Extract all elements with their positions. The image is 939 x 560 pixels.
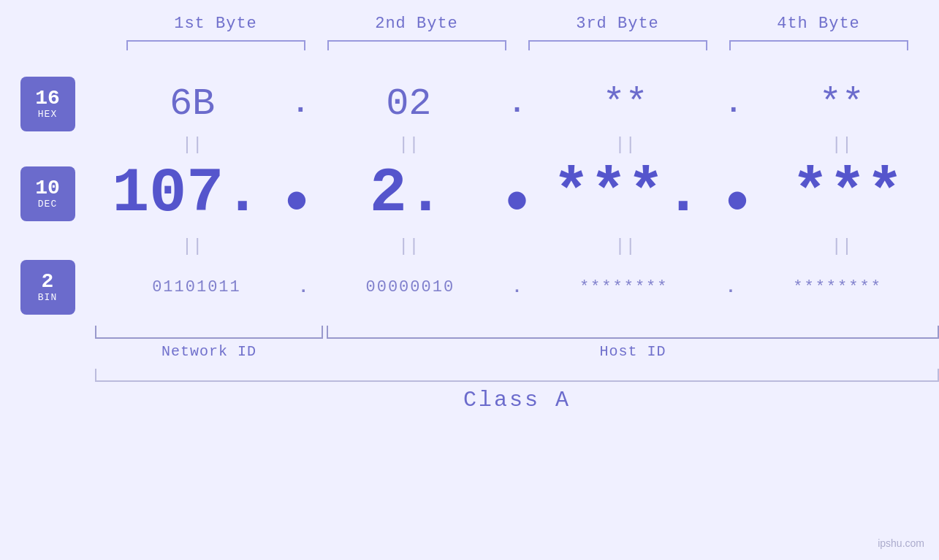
- bracket-byte1: [126, 40, 305, 55]
- host-id-bracket: [327, 326, 939, 339]
- dec-dot1: •: [278, 174, 315, 236]
- bin-badge: 2 BIN: [20, 260, 75, 315]
- watermark: ipshu.com: [878, 537, 924, 549]
- bin-byte1: 01101011: [152, 278, 241, 296]
- bracket-byte3: [528, 40, 707, 55]
- class-label: Class A: [463, 388, 571, 413]
- bin-byte3: ********: [579, 278, 669, 296]
- hex-dot2: .: [506, 90, 528, 119]
- bracket-byte4: [729, 40, 908, 55]
- byte1-header: 1st Byte: [115, 15, 316, 33]
- byte2-header: 2nd Byte: [316, 15, 517, 33]
- dec-badge: 10 DEC: [20, 166, 75, 221]
- byte4-header: 4th Byte: [718, 15, 919, 33]
- host-id-label: Host ID: [599, 343, 666, 360]
- bin-dot1: .: [298, 277, 308, 297]
- hex-byte1: 6B: [170, 83, 215, 126]
- hex-badge: 16 HEX: [20, 77, 75, 131]
- bin-byte2: 00000010: [366, 278, 455, 296]
- dec-byte2: 2.: [370, 158, 444, 229]
- main-container: 1st Byte 2nd Byte 3rd Byte 4th Byte 16 H…: [0, 0, 939, 560]
- dec-byte4: ***: [791, 158, 903, 229]
- bin-dot2: .: [512, 277, 522, 297]
- dec-dot3: •: [718, 174, 756, 236]
- hex-dot3: .: [723, 90, 745, 119]
- network-id-label: Network ID: [161, 343, 256, 360]
- dec-dot2: •: [498, 174, 536, 236]
- hex-byte2: 02: [386, 83, 431, 126]
- bracket-byte2: [327, 40, 506, 55]
- byte3-header: 3rd Byte: [517, 15, 718, 33]
- hex-byte4: **: [819, 83, 864, 126]
- dec-byte3: ***.: [552, 158, 702, 229]
- bin-dot3: .: [726, 277, 736, 297]
- hex-byte3: **: [602, 83, 647, 126]
- dec-byte1: 107.: [112, 158, 261, 229]
- network-id-bracket: [95, 326, 323, 339]
- hex-dot1: .: [289, 90, 311, 119]
- top-brackets: [115, 40, 919, 55]
- byte-headers: 1st Byte 2nd Byte 3rd Byte 4th Byte: [115, 15, 919, 33]
- class-bracket: [95, 369, 939, 382]
- bin-byte4: ********: [793, 278, 882, 296]
